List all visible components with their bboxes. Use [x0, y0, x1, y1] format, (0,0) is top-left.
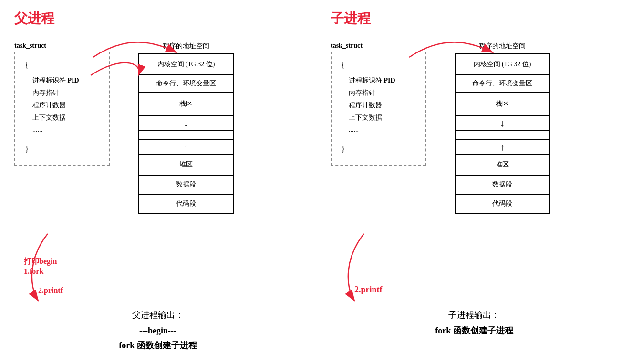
table-row: ↓	[139, 116, 233, 130]
right-printf-label: 2.printf	[354, 285, 383, 295]
left-print-fork: 1.fork	[24, 267, 43, 275]
left-printf-text: 2.printf	[38, 286, 63, 294]
right-addr-label: 程序的地址空间	[455, 42, 550, 51]
right-cell-kernel: 内核空间 (1G 32 位)	[455, 54, 549, 75]
table-row: ↑	[139, 140, 233, 154]
table-row: 内核空间 (1G 32 位)	[455, 54, 549, 75]
left-cell-gap	[139, 130, 233, 140]
right-brace-close: }	[341, 141, 415, 156]
left-output: 父进程输出： ---begin--- fork 函数创建子进程	[14, 309, 301, 353]
left-field-pid-bold: PID	[68, 77, 79, 84]
right-field-pid-text: 进程标识符	[349, 77, 384, 84]
table-row: 栈区	[455, 92, 549, 116]
table-row: 数据段	[455, 175, 549, 194]
table-row: 代码段	[139, 194, 233, 213]
right-field-dots: ......	[349, 126, 415, 134]
right-cell-gap	[455, 130, 549, 140]
left-brace-close: }	[25, 141, 99, 156]
right-cell-code: 代码段	[455, 194, 549, 213]
right-panel: 子进程 task_struct { 进程标识符 PID 内存指针 程序计数器 上…	[316, 0, 632, 364]
right-output-line1: fork 函数创建子进程	[331, 323, 618, 338]
table-row: 栈区	[139, 92, 233, 116]
right-printf-text: 2.printf	[354, 285, 383, 294]
left-field-dots: ......	[32, 126, 99, 134]
right-cell-cmd: 命令行、环境变量区	[455, 75, 549, 92]
left-output-line1: ---begin---	[14, 323, 301, 338]
table-row: 代码段	[455, 194, 549, 213]
left-title: 父进程	[14, 10, 54, 28]
left-printf-label: 2.printf	[38, 286, 63, 295]
left-cell-code: 代码段	[139, 194, 233, 213]
right-field-ctx: 上下文数据	[349, 114, 415, 122]
left-brace-open: {	[25, 57, 99, 73]
right-task-struct-label: task_struct	[331, 42, 426, 50]
left-task-struct-label: task_struct	[14, 42, 110, 50]
left-cell-stack: 栈区	[139, 92, 233, 116]
table-row: ↑	[455, 140, 549, 154]
right-cell-arrow-up: ↑	[455, 140, 549, 154]
table-row: 数据段	[139, 175, 233, 194]
table-row	[139, 130, 233, 140]
table-row: ↓	[455, 116, 549, 130]
table-row: 内核空间 (1G 32 位)	[139, 54, 233, 75]
right-field-pid: 进程标识符 PID	[349, 76, 415, 85]
right-addr-space: 程序的地址空间 内核空间 (1G 32 位) 命令行、环境变量区 栈区 ↓	[455, 42, 550, 214]
left-field-pc: 程序计数器	[32, 101, 99, 110]
left-cell-arrow-down: ↓	[139, 116, 233, 130]
left-print-label: 打印begin 1.fork	[24, 257, 57, 277]
left-cell-kernel: 内核空间 (1G 32 位)	[139, 54, 233, 75]
right-brace-open: {	[341, 57, 415, 73]
left-task-struct-box: { 进程标识符 PID 内存指针 程序计数器 上下文数据 ...... }	[14, 52, 110, 166]
left-output-title: 父进程输出：	[14, 309, 301, 321]
left-output-line2: fork 函数创建子进程	[14, 338, 301, 353]
left-addr-table: 内核空间 (1G 32 位) 命令行、环境变量区 栈区 ↓ ↑	[138, 53, 234, 214]
right-cell-stack: 栈区	[455, 92, 549, 116]
left-panel: 父进程 task_struct { 进程标识符 PID 内存指针 程序计数器 上…	[0, 0, 316, 364]
right-title: 子进程	[331, 10, 371, 28]
right-cell-arrow-down: ↓	[455, 116, 549, 130]
left-field-mem: 内存指针	[32, 89, 99, 97]
left-field-pid: 进程标识符 PID	[32, 76, 99, 85]
left-cell-arrow-up: ↑	[139, 140, 233, 154]
left-field-ctx: 上下文数据	[32, 114, 99, 122]
left-cell-data: 数据段	[139, 175, 233, 194]
table-row: 命令行、环境变量区	[455, 75, 549, 92]
right-field-mem: 内存指针	[349, 89, 415, 97]
table-row: 堆区	[455, 154, 549, 175]
table-row	[455, 130, 549, 140]
left-addr-label: 程序的地址空间	[138, 42, 234, 51]
right-content-row: task_struct { 进程标识符 PID 内存指针 程序计数器 上下文数据…	[331, 37, 618, 304]
right-output-title: 子进程输出：	[331, 309, 618, 321]
right-task-struct: task_struct { 进程标识符 PID 内存指针 程序计数器 上下文数据…	[331, 42, 426, 166]
left-print-begin: 打印begin	[24, 257, 57, 265]
right-field-pid-bold: PID	[384, 77, 395, 84]
right-cell-data: 数据段	[455, 175, 549, 194]
left-cell-cmd: 命令行、环境变量区	[139, 75, 233, 92]
left-addr-space: 程序的地址空间 内核空间 (1G 32 位) 命令行、环境变量区 栈区 ↓	[138, 42, 234, 214]
left-cell-heap: 堆区	[139, 154, 233, 175]
right-cell-heap: 堆区	[455, 154, 549, 175]
right-addr-table: 内核空间 (1G 32 位) 命令行、环境变量区 栈区 ↓ ↑	[455, 53, 550, 214]
right-field-pc: 程序计数器	[349, 101, 415, 110]
left-content-row: task_struct { 进程标识符 PID 内存指针 程序计数器 上下文数据…	[14, 37, 301, 304]
left-task-struct: task_struct { 进程标识符 PID 内存指针 程序计数器 上下文数据…	[14, 42, 110, 166]
left-field-pid-text: 进程标识符	[32, 77, 68, 84]
table-row: 命令行、环境变量区	[139, 75, 233, 92]
right-output: 子进程输出： fork 函数创建子进程	[331, 309, 618, 338]
table-row: 堆区	[139, 154, 233, 175]
right-task-struct-box: { 进程标识符 PID 内存指针 程序计数器 上下文数据 ...... }	[331, 52, 426, 166]
